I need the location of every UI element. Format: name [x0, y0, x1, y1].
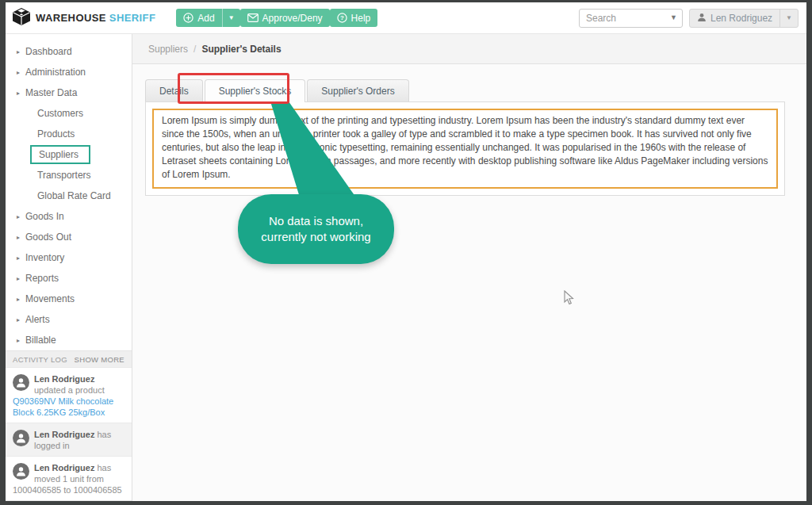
sidebar-item-goods-out[interactable]: ▸Goods Out: [6, 227, 132, 247]
main-content: Suppliers / Supplier's Details Details S…: [132, 34, 806, 501]
sidebar-item-reports[interactable]: ▸Reports: [6, 268, 132, 289]
user-avatar-icon: [13, 430, 29, 446]
search-input[interactable]: [579, 9, 683, 28]
tab-details[interactable]: Details: [145, 79, 203, 101]
sidebar-item-suppliers[interactable]: Suppliers: [6, 144, 132, 165]
help-button[interactable]: ? Help: [330, 9, 378, 27]
chevron-right-icon: ▸: [17, 296, 25, 303]
sidebar-nav: ▸Dashboard ▸Administration ▸Master Data …: [6, 34, 132, 350]
sidebar-item-alerts[interactable]: ▸Alerts: [6, 309, 132, 330]
chevron-right-icon: ▸: [17, 337, 25, 344]
activity-log: ACTIVITY LOG SHOW MORE Len Rodriguez upd…: [6, 350, 132, 501]
help-label: Help: [351, 13, 371, 24]
sidebar-item-administration[interactable]: ▸Administration: [6, 62, 132, 82]
plus-circle-icon: [183, 13, 193, 23]
search-dropdown-caret[interactable]: ▼: [670, 14, 677, 21]
page-title: Supplier's Details: [201, 44, 281, 55]
chevron-right-icon: ▸: [17, 69, 25, 76]
add-button-label: Add: [197, 13, 214, 24]
chevron-right-icon: ▸: [17, 316, 25, 323]
green-annotation-box: Suppliers: [30, 145, 90, 164]
product-link[interactable]: Q90369NV Milk chocolate Block 6.25KG 25k…: [13, 396, 113, 417]
user-avatar-icon: [13, 374, 29, 391]
chevron-right-icon: ▸: [17, 48, 25, 55]
sidebar-item-dashboard[interactable]: ▸Dashboard: [6, 41, 132, 62]
envelope-icon: [247, 13, 259, 22]
search-box: ▼: [579, 9, 683, 28]
sidebar-item-billable[interactable]: ▸Billable: [6, 330, 132, 350]
chevron-right-icon: ▸: [17, 275, 25, 282]
activity-entry: Len Rodriguez has moved 1 unit from 1000…: [6, 456, 132, 500]
brand-suffix: SHERIFF: [109, 12, 155, 24]
sidebar-item-goods-in[interactable]: ▸Goods In: [6, 206, 132, 227]
sidebar-item-inventory[interactable]: ▸Inventory: [6, 247, 132, 268]
sidebar-item-movements[interactable]: ▸Movements: [6, 289, 132, 309]
sidebar-item-master-data[interactable]: ▸Master Data: [6, 82, 132, 103]
user-dropdown-caret[interactable]: ▼: [779, 10, 798, 27]
activity-entry: Len Rodriguez updated a product Q90369NV…: [6, 367, 132, 423]
breadcrumb: Suppliers / Supplier's Details: [132, 34, 806, 64]
user-avatar-icon: [13, 463, 29, 480]
activity-entry: Len Rodriguez has moved 1 unit from 1000…: [6, 500, 132, 501]
sidebar: ▸Dashboard ▸Administration ▸Master Data …: [6, 34, 132, 501]
chevron-right-icon: ▸: [17, 90, 25, 97]
question-circle-icon: ?: [337, 13, 347, 23]
user-name: Len Rodriguez: [710, 13, 772, 24]
user-menu-button[interactable]: Len Rodriguez ▼: [689, 9, 799, 28]
sidebar-item-products[interactable]: Products: [6, 124, 132, 144]
app-window: WAREHOUSE SHERIFF Add ▼: [0, 0, 812, 505]
tab-bar: Details Supplier's Stocks Supplier's Ord…: [145, 79, 785, 101]
breadcrumb-suppliers[interactable]: Suppliers: [148, 44, 188, 55]
tab-panel: Lorem Ipsum is simply dummy text of the …: [145, 101, 785, 196]
svg-text:?: ?: [340, 14, 344, 21]
supplier-stocks-placeholder-text: Lorem Ipsum is simply dummy text of the …: [152, 109, 778, 189]
show-more-link[interactable]: SHOW MORE: [75, 355, 124, 364]
person-icon: [697, 11, 707, 25]
sidebar-item-global-rate-card[interactable]: Global Rate Card: [6, 186, 132, 206]
sidebar-item-transporters[interactable]: Transporters: [6, 165, 132, 186]
add-dropdown-caret[interactable]: ▼: [222, 9, 240, 27]
tab-suppliers-stocks[interactable]: Supplier's Stocks: [205, 79, 306, 102]
cube-logo-icon: [12, 7, 31, 29]
chevron-right-icon: ▸: [17, 213, 25, 220]
tab-suppliers-orders[interactable]: Supplier's Orders: [307, 79, 408, 101]
top-header: WAREHOUSE SHERIFF Add ▼: [6, 2, 806, 34]
chevron-right-icon: ▸: [17, 254, 25, 262]
brand-name: WAREHOUSE: [36, 12, 106, 24]
chevron-right-icon: ▸: [17, 234, 25, 241]
app-logo: WAREHOUSE SHERIFF: [12, 7, 155, 29]
activity-entry: Len Rodriguez has logged in: [6, 423, 132, 456]
add-button[interactable]: Add ▼: [176, 9, 239, 27]
sidebar-item-customers[interactable]: Customers: [6, 103, 132, 124]
approve-deny-button[interactable]: Approve/Deny: [240, 9, 330, 27]
approve-deny-label: Approve/Deny: [262, 13, 323, 24]
activity-log-title: ACTIVITY LOG: [13, 355, 67, 364]
